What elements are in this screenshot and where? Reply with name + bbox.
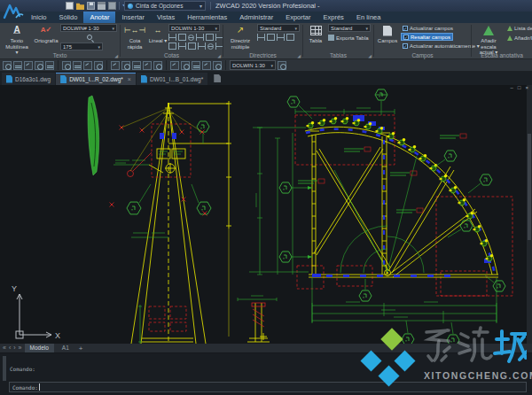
toolbar-icon[interactable]	[213, 61, 222, 70]
toolbar-icon[interactable]	[121, 61, 130, 70]
toolbar-icon[interactable]	[181, 61, 190, 70]
dim-inspect-icon[interactable]	[198, 43, 206, 50]
toolbar-icon[interactable]	[62, 61, 71, 70]
workspace-combo[interactable]: Cinta de Opciones	[124, 1, 206, 11]
doc-minimize-icon[interactable]: –	[511, 85, 513, 90]
mleader-button[interactable]: ↗ Directriz múltiple	[225, 24, 255, 50]
command-input[interactable]: Comando:	[9, 382, 527, 392]
text-cursor	[39, 383, 40, 391]
dialog-launcher-icon[interactable]	[215, 53, 221, 58]
open-file-icon[interactable]	[76, 2, 84, 10]
toolbar-icon[interactable]	[132, 61, 141, 70]
update-fields-checkbox[interactable]: Actualizar campos	[401, 24, 455, 32]
toolbar-icon[interactable]	[13, 61, 22, 70]
cad-drawing[interactable]: X Y	[0, 85, 532, 344]
first-layout-icon[interactable]: «	[3, 344, 6, 352]
toolbar-icon[interactable]	[202, 61, 211, 70]
tab-herramientas[interactable]: Herramientas	[181, 12, 233, 23]
mleader-align-icon[interactable]	[277, 34, 285, 41]
add-current-scale-button[interactable]: Añadir escala actual ▾	[473, 24, 504, 56]
tab-inicio[interactable]: Inicio	[25, 12, 53, 23]
mleader-collect-icon[interactable]	[286, 34, 294, 41]
export-table-button[interactable]: Exporta Tabla	[328, 34, 369, 42]
drawing-tab-2-active[interactable]: DW01_I...R_02.dwg* ×	[56, 73, 136, 85]
prev-layout-icon[interactable]: ‹	[9, 344, 11, 352]
dim-aligned-icon[interactable]	[168, 34, 176, 41]
dim-ordinate-icon[interactable]	[168, 43, 176, 50]
quick-dimension-button[interactable]: ⊢↔⊣ Cota rápida	[122, 24, 147, 50]
dim-baseline-icon[interactable]	[196, 34, 204, 41]
toolbar-icon[interactable]	[24, 61, 33, 70]
toolbar-icon[interactable]	[35, 61, 43, 70]
layout-a1-tab[interactable]: A1	[57, 344, 74, 352]
mleader-add-icon[interactable]	[257, 34, 265, 41]
field-button[interactable]: Campos	[376, 24, 399, 44]
save-icon[interactable]	[87, 2, 95, 10]
scale-list-button[interactable]: Lista de escalas	[507, 24, 532, 32]
group-label-directrices: Directrices	[223, 52, 302, 58]
tab-en-linea[interactable]: En línea	[350, 12, 387, 23]
scrollbar-thumb[interactable]	[528, 134, 531, 240]
highlight-fields-checkbox[interactable]: Resaltar campos	[401, 33, 453, 41]
drawing-tab-3[interactable]: DW01_I...B_01.dwg*	[137, 73, 207, 85]
mleader-remove-icon[interactable]	[267, 34, 275, 41]
toolbar-icon[interactable]	[143, 61, 152, 70]
next-layout-icon[interactable]: ›	[13, 344, 15, 352]
last-layout-icon[interactable]: »	[19, 344, 22, 352]
toolbar-icon[interactable]	[278, 61, 286, 70]
auto-update-checkbox[interactable]: Actualizar automáticamente ▾	[401, 42, 481, 50]
tab-insertar[interactable]: Insertar	[115, 12, 150, 23]
tab-exportar[interactable]: Exportar	[279, 12, 317, 23]
mleader-style-combo[interactable]: Standard	[257, 24, 300, 32]
toolbar-icon[interactable]	[192, 61, 200, 70]
mtext-button[interactable]: A Texto Multilínea ▾	[4, 24, 30, 56]
divider	[119, 2, 120, 10]
print-icon[interactable]	[98, 2, 106, 10]
add-layout-icon[interactable]: +	[79, 345, 83, 352]
toolbar-icon[interactable]	[94, 61, 103, 70]
tab-anotar[interactable]: Anotar	[83, 12, 115, 23]
find-text-row[interactable]	[87, 35, 92, 40]
tab-solido[interactable]: Sólido	[53, 12, 84, 23]
new-file-icon[interactable]	[66, 2, 74, 10]
dim-radius-icon[interactable]	[188, 35, 194, 41]
command-panel-grip[interactable]	[3, 356, 6, 381]
dim-style-combo[interactable]: DOLWIN 1-30	[168, 24, 220, 32]
dialog-launcher-icon[interactable]	[295, 53, 301, 58]
toolbar-icon[interactable]	[45, 61, 54, 70]
toolbar-icon[interactable]	[73, 61, 82, 70]
text-style-combo[interactable]: DOLWIN# 1-30	[60, 24, 117, 32]
add-delete-scales-button[interactable]: Añadir/Eliminar escalas	[507, 34, 532, 42]
text-height-combo[interactable]: 175	[60, 43, 103, 50]
spell-check-button[interactable]: A✓ Ortografía	[32, 24, 60, 44]
dim-continue-icon[interactable]	[206, 34, 214, 41]
drawing-tab-1[interactable]: D16a3o1.dwg	[2, 73, 55, 85]
table-style-combo[interactable]: Standard	[328, 24, 371, 32]
model-tab[interactable]: Modelo	[25, 344, 54, 352]
toolbar-icon[interactable]	[83, 61, 92, 70]
dialog-launcher-icon[interactable]	[113, 53, 118, 58]
model-space-canvas[interactable]: – □ ×	[0, 85, 532, 344]
tab-vistas[interactable]: Vistas	[151, 12, 181, 23]
tab-administrar[interactable]: Administrar	[233, 12, 279, 23]
toolbar-icon[interactable]	[153, 61, 162, 70]
plot-preview-icon[interactable]	[108, 2, 116, 10]
toolbar-icon[interactable]	[3, 61, 12, 70]
dim-tolerance-icon[interactable]	[207, 43, 214, 50]
toolbar-dim-style-combo[interactable]: DOLWIN 1:30	[230, 60, 276, 70]
dim-center-icon[interactable]	[188, 43, 196, 50]
dim-angular-icon[interactable]	[178, 34, 186, 41]
doc-restore-icon[interactable]: □	[518, 85, 521, 90]
new-drawing-tab-icon[interactable]	[214, 74, 221, 82]
tab-expres[interactable]: Exprés	[317, 12, 350, 23]
linear-dimension-button[interactable]: ↔ Lineal ▾	[148, 24, 168, 44]
canvas-scrollbar[interactable]	[527, 85, 532, 344]
search-icon	[87, 35, 92, 40]
close-tab-icon[interactable]: ×	[128, 76, 131, 82]
toolbar-icon[interactable]	[170, 61, 179, 70]
toolbar-icon[interactable]	[111, 61, 120, 70]
table-button[interactable]: Tabla	[305, 24, 326, 44]
dialog-launcher-icon[interactable]	[366, 53, 372, 58]
doc-close-icon[interactable]: ×	[525, 85, 528, 90]
dim-jogged-icon[interactable]	[178, 43, 186, 50]
